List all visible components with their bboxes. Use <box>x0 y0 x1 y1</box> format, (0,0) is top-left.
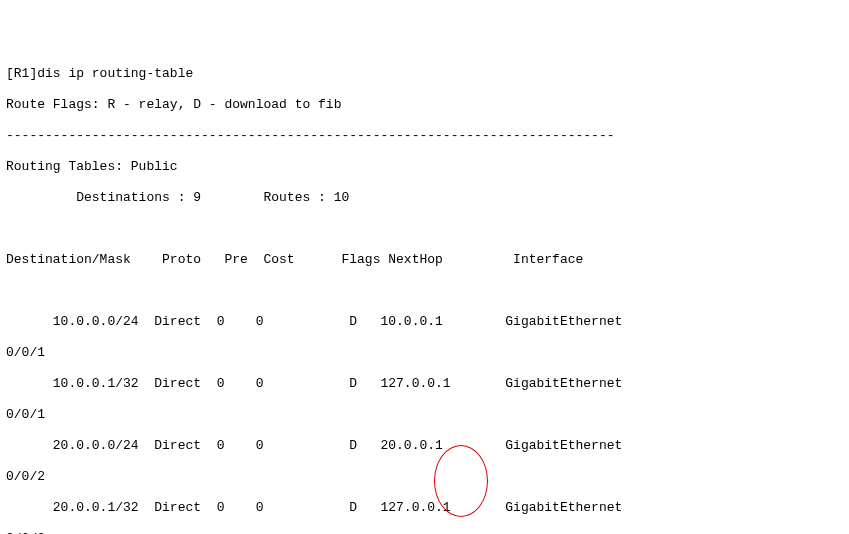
table-summary: Destinations : 9 Routes : 10 <box>6 190 843 206</box>
table-row: 10.0.0.1/32 Direct 0 0 D 127.0.0.1 Gigab… <box>6 376 843 392</box>
table-title: Routing Tables: Public <box>6 159 843 175</box>
table-row: 20.0.0.0/24 Direct 0 0 D 20.0.0.1 Gigabi… <box>6 438 843 454</box>
blank-line <box>6 283 843 299</box>
table-row: 20.0.0.1/32 Direct 0 0 D 127.0.0.1 Gigab… <box>6 500 843 516</box>
blank-line <box>6 221 843 237</box>
table-row-wrap: 0/0/1 <box>6 407 843 423</box>
table-row: 10.0.0.0/24 Direct 0 0 D 10.0.0.1 Gigabi… <box>6 314 843 330</box>
divider: ----------------------------------------… <box>6 128 843 144</box>
table-row-wrap: 0/0/2 <box>6 469 843 485</box>
flags-legend: Route Flags: R - relay, D - download to … <box>6 97 843 113</box>
command-prompt: [R1]dis ip routing-table <box>6 66 843 82</box>
table-header: Destination/Mask Proto Pre Cost Flags Ne… <box>6 252 843 268</box>
table-row-wrap: 0/0/1 <box>6 345 843 361</box>
